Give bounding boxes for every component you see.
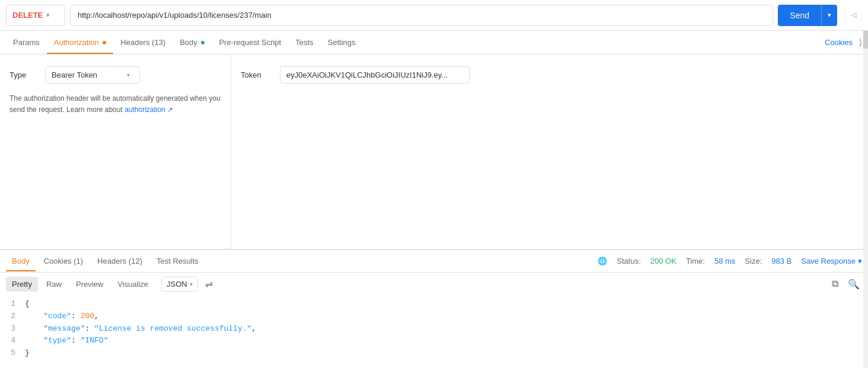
format-tab-raw[interactable]: Raw (40, 277, 68, 292)
type-row: Type Bearer Token ▾ (9, 66, 221, 84)
response-tab-body[interactable]: Body (6, 252, 36, 271)
format-tabs: Pretty Raw Preview Visualize JSON ▾ ⇌ ⧉ … (0, 273, 868, 296)
type-value: Bearer Token (52, 71, 97, 79)
globe-icon: 🌐 (598, 257, 607, 265)
method-label: DELETE (12, 11, 43, 20)
send-dropdown-button[interactable]: ▾ (821, 5, 837, 26)
tab-headers[interactable]: Headers (13) (113, 32, 173, 54)
scrollbar-thumb[interactable] (863, 31, 868, 49)
code-line-1: 1 { (6, 298, 862, 311)
code-area[interactable]: 1 { 2 "code": 200, 3 "message": "License… (0, 296, 868, 368)
format-tab-visualize[interactable]: Visualize (111, 277, 154, 292)
token-input[interactable] (280, 66, 470, 84)
format-chevron-icon: ▾ (190, 281, 193, 287)
token-row: Token (241, 66, 859, 84)
tab-params[interactable]: Params (6, 32, 47, 54)
tab-settings[interactable]: Settings (321, 32, 363, 54)
token-label: Token (241, 71, 270, 79)
type-select[interactable]: Bearer Token ▾ (45, 66, 140, 84)
format-tab-preview[interactable]: Preview (70, 277, 109, 292)
search-icon[interactable]: 🔍 (845, 276, 862, 292)
format-value: JSON (167, 280, 187, 289)
top-bar: DELETE ▾ Send ▾ ◁ (0, 0, 868, 31)
code-line-2: 2 "code": 200, (6, 311, 862, 323)
copy-icon[interactable]: ⧉ (829, 276, 841, 292)
tab-authorization[interactable]: Authorization (47, 32, 114, 54)
auth-right-panel: Token (231, 55, 868, 249)
send-btn-group: Send ▾ (778, 5, 837, 26)
size-label: Size: (745, 257, 762, 265)
time-label: Time: (686, 257, 705, 265)
send-button[interactable]: Send (778, 5, 821, 26)
format-tab-pretty[interactable]: Pretty (6, 277, 38, 292)
response-tab-test-results[interactable]: Test Results (151, 252, 205, 271)
wrap-icon[interactable]: ⇌ (205, 279, 213, 290)
tab-tests[interactable]: Tests (288, 32, 320, 54)
status-value: 200 OK (650, 257, 676, 265)
tab-prerequest[interactable]: Pre-request Script (212, 32, 288, 54)
code-line-4: 4 "type": "INFO" (6, 335, 862, 347)
save-response-chevron-icon: ▾ (858, 257, 862, 265)
status-label: Status: (617, 257, 640, 265)
save-response-label: Save Response (801, 257, 856, 265)
format-icons: ⧉ 🔍 (829, 276, 862, 292)
content-area: Type Bearer Token ▾ The authorization he… (0, 55, 868, 249)
format-select[interactable]: JSON ▾ (161, 277, 198, 292)
auth-link[interactable]: authorization ↗ (125, 105, 173, 114)
authorization-dot (103, 41, 106, 44)
status-info: 🌐 Status: 200 OK Time: 58 ms Size: 983 B… (598, 257, 862, 265)
response-tab-headers[interactable]: Headers (12) (91, 252, 148, 271)
response-tabs: Body Cookies (1) Headers (12) Test Resul… (0, 250, 868, 273)
body-dot (201, 41, 205, 44)
type-label: Type (9, 71, 45, 79)
url-input[interactable] (70, 5, 773, 26)
sidebar-toggle-icon[interactable]: ⟩ (859, 37, 862, 48)
sidebar-right-toggle[interactable]: ◁ (844, 5, 862, 26)
method-chevron-icon: ▾ (46, 12, 49, 18)
auth-left-panel: Type Bearer Token ▾ The authorization he… (0, 55, 231, 249)
scrollbar[interactable] (863, 31, 868, 368)
request-tabs: Params Authorization Headers (13) Body P… (0, 31, 868, 55)
save-response-button[interactable]: Save Response ▾ (801, 257, 862, 265)
cookies-link[interactable]: Cookies (825, 38, 853, 47)
type-chevron-icon: ▾ (127, 72, 130, 78)
code-line-3: 3 "message": "License is removed success… (6, 323, 862, 335)
response-area: Body Cookies (1) Headers (12) Test Resul… (0, 249, 868, 368)
size-value: 983 B (771, 257, 792, 265)
tab-body[interactable]: Body (173, 32, 212, 54)
response-tab-cookies[interactable]: Cookies (1) (38, 252, 89, 271)
code-line-5: 5 } (6, 347, 862, 360)
time-value: 58 ms (714, 257, 735, 265)
method-dropdown[interactable]: DELETE ▾ (6, 5, 65, 26)
auth-note: The authorization header will be automat… (9, 93, 221, 116)
